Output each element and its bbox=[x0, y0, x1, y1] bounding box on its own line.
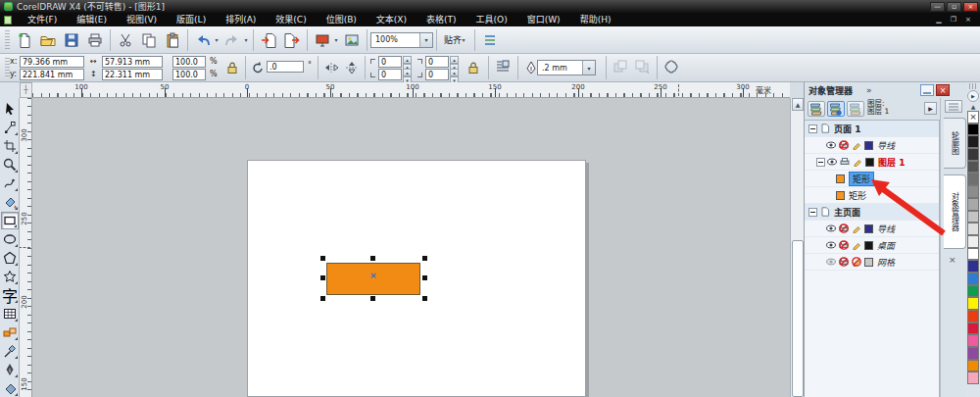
palette-color[interactable] bbox=[967, 148, 979, 161]
docker-collapse-icon[interactable]: » bbox=[866, 85, 872, 95]
object-height-field[interactable] bbox=[102, 69, 163, 80]
freehand-tool[interactable] bbox=[1, 174, 19, 192]
print-disabled-icon[interactable] bbox=[839, 257, 849, 267]
lock-ratio-button[interactable] bbox=[223, 60, 241, 75]
palette-color[interactable] bbox=[967, 323, 979, 335]
to-back-button[interactable] bbox=[633, 59, 651, 74]
selection-handle-ne[interactable] bbox=[422, 256, 427, 261]
collapse-icon[interactable] bbox=[816, 158, 825, 167]
toolbar-grip[interactable] bbox=[5, 30, 10, 50]
selection-handle-nw[interactable] bbox=[320, 256, 325, 261]
palette-color[interactable] bbox=[967, 273, 979, 285]
selection-center-marker[interactable]: × bbox=[369, 272, 377, 280]
pick-tool[interactable] bbox=[1, 100, 19, 118]
docker-flyout-button[interactable]: ▶ bbox=[924, 102, 937, 115]
corner-lock-button[interactable] bbox=[465, 60, 482, 75]
palette-color[interactable] bbox=[967, 185, 979, 198]
scale-v-field[interactable] bbox=[172, 69, 206, 80]
y-position-field[interactable] bbox=[20, 69, 84, 80]
tree-row-desktop[interactable]: 桌面 bbox=[805, 237, 940, 254]
close-button[interactable]: × bbox=[963, 2, 978, 12]
snap-to-button[interactable]: 贴齐 ▾ bbox=[440, 30, 471, 50]
menu-file[interactable]: 文件(F) bbox=[18, 13, 67, 26]
doc-restore-button[interactable]: ❐ bbox=[948, 16, 959, 24]
fill-tool[interactable] bbox=[1, 379, 19, 397]
selection-handle-s[interactable] bbox=[370, 296, 375, 301]
menu-view[interactable]: 视图(V) bbox=[117, 13, 167, 26]
palette-color[interactable] bbox=[967, 310, 979, 323]
palette-color[interactable] bbox=[967, 297, 979, 310]
rotation-angle-field[interactable] bbox=[267, 61, 304, 73]
drawing-canvas[interactable]: × bbox=[32, 98, 790, 397]
edit-pencil-icon[interactable] bbox=[852, 240, 861, 250]
palette-scroll-up-icon[interactable]: ▲ bbox=[966, 102, 980, 111]
outline-width-combo[interactable]: .2 mm ▾ bbox=[537, 60, 596, 75]
visibility-eye-icon[interactable] bbox=[826, 223, 836, 233]
tab-contour-docker[interactable]: 轮廓图 bbox=[944, 118, 966, 169]
to-front-button[interactable] bbox=[612, 59, 629, 74]
horizontal-ruler[interactable]: 100 50 0 50 100 150 200 250 300 毫米 bbox=[32, 82, 790, 98]
tree-row-master-page[interactable]: 主页面 bbox=[805, 204, 940, 221]
tree-row-rectangle-selected[interactable]: 矩形 bbox=[805, 171, 940, 187]
corner-tr-spinner[interactable]: ▴▾ bbox=[450, 56, 459, 68]
show-object-properties-button[interactable] bbox=[808, 101, 825, 117]
vertical-scrollbar[interactable]: ▲ bbox=[790, 98, 804, 397]
paste-icon[interactable] bbox=[161, 28, 184, 51]
palette-color[interactable] bbox=[967, 124, 979, 136]
minimize-button[interactable]: — bbox=[930, 2, 945, 12]
palette-color[interactable] bbox=[967, 198, 979, 211]
x-position-field[interactable] bbox=[20, 56, 84, 68]
doc-close-button[interactable]: × bbox=[962, 16, 974, 24]
edit-pencil-icon[interactable] bbox=[853, 157, 862, 167]
palette-color[interactable] bbox=[967, 235, 979, 248]
zoom-tool[interactable] bbox=[1, 156, 19, 174]
tree-row-guides[interactable]: 导线 bbox=[805, 137, 940, 154]
scrollbar-thumb[interactable] bbox=[792, 240, 804, 397]
save-button[interactable] bbox=[60, 28, 83, 51]
print-disabled-icon[interactable] bbox=[839, 240, 849, 250]
menu-table[interactable]: 表格(T) bbox=[416, 13, 466, 26]
interactive-blend-tool[interactable] bbox=[1, 323, 19, 341]
maximize-button[interactable]: ▫ bbox=[947, 2, 961, 12]
corner-tl-spinner[interactable]: ▴▾ bbox=[403, 56, 412, 68]
palette-color[interactable] bbox=[967, 211, 979, 223]
menu-bitmaps[interactable]: 位图(B) bbox=[317, 13, 367, 26]
rectangle-tool[interactable] bbox=[1, 212, 19, 229]
outline-pen-tool[interactable] bbox=[1, 361, 19, 378]
application-launcher-button[interactable] bbox=[311, 28, 334, 51]
palette-color[interactable] bbox=[967, 372, 979, 384]
print-enabled-icon[interactable] bbox=[840, 157, 850, 167]
copy-icon[interactable] bbox=[137, 28, 161, 51]
layer-color-swatch[interactable] bbox=[864, 241, 873, 250]
corner-radius-bl-field[interactable] bbox=[378, 69, 402, 80]
selection-handle-se[interactable] bbox=[422, 296, 427, 301]
eyedropper-tool[interactable] bbox=[1, 342, 19, 360]
tree-row-grid[interactable]: 网格 bbox=[805, 254, 940, 271]
corner-radius-tl-field[interactable] bbox=[378, 56, 402, 68]
docker-close-button[interactable]: × bbox=[936, 84, 950, 96]
layer-manager-view-button[interactable] bbox=[847, 101, 864, 117]
tab-object-manager-docker[interactable]: 对象管理器 bbox=[944, 174, 966, 249]
smart-fill-tool[interactable] bbox=[1, 193, 19, 211]
redo-dropdown-icon[interactable]: ▾ bbox=[242, 36, 250, 43]
undo-dropdown-icon[interactable]: ▾ bbox=[213, 36, 220, 43]
tree-row-layer1[interactable]: 图层 1 bbox=[805, 154, 940, 171]
corner-br-spinner[interactable]: ▴▾ bbox=[450, 69, 459, 80]
zoom-level-combo[interactable]: 100% ▾ bbox=[370, 32, 433, 48]
open-button[interactable] bbox=[36, 28, 60, 51]
crop-tool[interactable] bbox=[1, 137, 19, 155]
object-color-swatch[interactable] bbox=[836, 174, 845, 183]
collapse-icon[interactable] bbox=[808, 208, 817, 217]
menu-window[interactable]: 窗口(W) bbox=[517, 13, 570, 26]
palette-color[interactable] bbox=[967, 161, 979, 174]
cut-icon[interactable] bbox=[114, 28, 137, 51]
scroll-up-button[interactable]: ▲ bbox=[792, 98, 804, 111]
redo-button[interactable] bbox=[220, 28, 244, 51]
edit-pencil-icon[interactable] bbox=[852, 223, 861, 233]
corner-radius-tr-field[interactable] bbox=[425, 56, 449, 68]
edit-disabled-icon[interactable] bbox=[852, 257, 861, 267]
menu-edit[interactable]: 编辑(E) bbox=[67, 13, 117, 26]
print-button[interactable] bbox=[83, 28, 107, 51]
docker-grip-button[interactable] bbox=[945, 100, 962, 113]
corner-bl-spinner[interactable]: ▴▾ bbox=[403, 69, 412, 80]
